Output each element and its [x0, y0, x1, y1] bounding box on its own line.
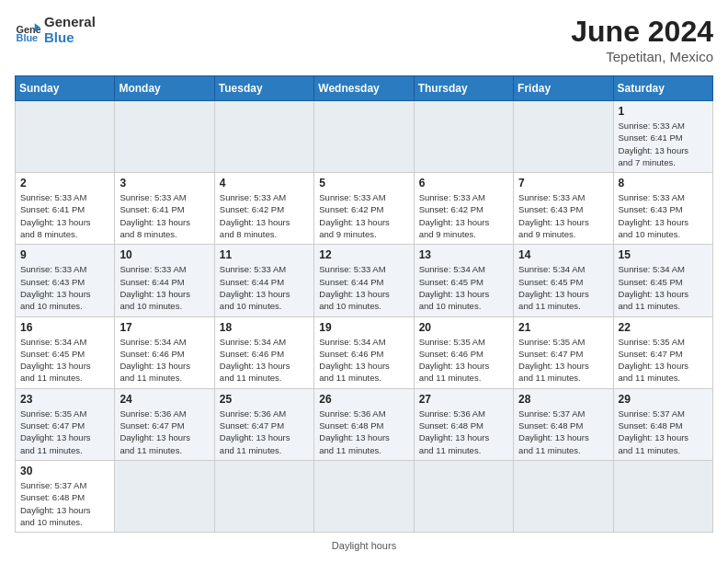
calendar-cell: 13Sunrise: 5:34 AM Sunset: 6:45 PM Dayli… — [414, 245, 513, 316]
calendar-cell: 10Sunrise: 5:33 AM Sunset: 6:44 PM Dayli… — [115, 245, 214, 316]
day-info: Sunrise: 5:33 AM Sunset: 6:43 PM Dayligh… — [20, 263, 109, 312]
day-info: Sunrise: 5:34 AM Sunset: 6:46 PM Dayligh… — [319, 336, 408, 385]
day-number: 15 — [619, 248, 708, 261]
calendar-cell — [613, 460, 712, 532]
logo: General Blue General Blue — [15, 15, 96, 45]
calendar-week-row: 1Sunrise: 5:33 AM Sunset: 6:41 PM Daylig… — [16, 101, 713, 173]
calendar-cell: 7Sunrise: 5:33 AM Sunset: 6:43 PM Daylig… — [514, 173, 613, 245]
day-info: Sunrise: 5:36 AM Sunset: 6:48 PM Dayligh… — [419, 408, 508, 456]
day-info: Sunrise: 5:33 AM Sunset: 6:41 PM Dayligh… — [119, 191, 209, 240]
calendar-cell: 20Sunrise: 5:35 AM Sunset: 6:46 PM Dayli… — [414, 316, 513, 388]
calendar-week-row: 16Sunrise: 5:34 AM Sunset: 6:45 PM Dayli… — [16, 316, 713, 388]
calendar-day-header-monday: Monday — [115, 76, 214, 101]
calendar-header-row: SundayMondayTuesdayWednesdayThursdayFrid… — [16, 76, 713, 101]
calendar-day-header-saturday: Saturday — [613, 76, 712, 101]
calendar-cell — [214, 460, 313, 532]
calendar-cell: 3Sunrise: 5:33 AM Sunset: 6:41 PM Daylig… — [115, 173, 214, 245]
calendar-day-header-thursday: Thursday — [414, 76, 513, 101]
calendar-cell: 23Sunrise: 5:35 AM Sunset: 6:47 PM Dayli… — [16, 388, 115, 460]
calendar-cell: 27Sunrise: 5:36 AM Sunset: 6:48 PM Dayli… — [414, 388, 513, 460]
day-info: Sunrise: 5:35 AM Sunset: 6:47 PM Dayligh… — [619, 336, 708, 385]
logo-general-text: General — [44, 15, 96, 30]
day-info: Sunrise: 5:37 AM Sunset: 6:48 PM Dayligh… — [619, 408, 708, 456]
calendar-cell: 9Sunrise: 5:33 AM Sunset: 6:43 PM Daylig… — [16, 245, 115, 316]
calendar-cell: 15Sunrise: 5:34 AM Sunset: 6:45 PM Dayli… — [613, 245, 712, 316]
day-number: 3 — [119, 177, 209, 190]
day-number: 6 — [419, 177, 508, 190]
day-info: Sunrise: 5:34 AM Sunset: 6:45 PM Dayligh… — [20, 336, 109, 385]
day-number: 23 — [20, 393, 109, 406]
svg-text:Blue: Blue — [17, 32, 39, 43]
day-number: 8 — [619, 177, 708, 190]
day-info: Sunrise: 5:34 AM Sunset: 6:45 PM Dayligh… — [518, 263, 608, 312]
calendar-cell: 5Sunrise: 5:33 AM Sunset: 6:42 PM Daylig… — [314, 173, 414, 245]
day-number: 10 — [119, 248, 209, 261]
day-number: 9 — [20, 248, 109, 261]
day-number: 19 — [319, 321, 408, 334]
calendar-day-header-wednesday: Wednesday — [314, 76, 414, 101]
day-info: Sunrise: 5:37 AM Sunset: 6:48 PM Dayligh… — [20, 479, 109, 528]
calendar-cell — [314, 460, 414, 532]
calendar-cell — [514, 101, 613, 173]
calendar-cell: 29Sunrise: 5:37 AM Sunset: 6:48 PM Dayli… — [613, 388, 712, 460]
calendar-cell — [16, 101, 115, 173]
day-info: Sunrise: 5:33 AM Sunset: 6:42 PM Dayligh… — [419, 191, 508, 240]
day-number: 5 — [319, 177, 408, 190]
calendar-cell: 16Sunrise: 5:34 AM Sunset: 6:45 PM Dayli… — [16, 316, 115, 388]
day-number: 21 — [518, 321, 608, 334]
calendar-cell — [414, 460, 513, 532]
calendar-cell: 4Sunrise: 5:33 AM Sunset: 6:42 PM Daylig… — [214, 173, 313, 245]
calendar-cell — [314, 101, 414, 173]
day-info: Sunrise: 5:36 AM Sunset: 6:47 PM Dayligh… — [119, 408, 209, 456]
calendar-cell — [115, 460, 214, 532]
month-title: June 2024 — [571, 15, 713, 49]
calendar-week-row: 2Sunrise: 5:33 AM Sunset: 6:41 PM Daylig… — [16, 173, 713, 245]
day-number: 16 — [20, 321, 109, 334]
day-info: Sunrise: 5:34 AM Sunset: 6:45 PM Dayligh… — [419, 263, 508, 312]
bottom-note: Daylight hours — [15, 540, 713, 551]
day-info: Sunrise: 5:33 AM Sunset: 6:44 PM Dayligh… — [319, 263, 408, 312]
logo-blue-text: Blue — [44, 30, 96, 46]
calendar-cell: 12Sunrise: 5:33 AM Sunset: 6:44 PM Dayli… — [314, 245, 414, 316]
calendar-cell: 19Sunrise: 5:34 AM Sunset: 6:46 PM Dayli… — [314, 316, 414, 388]
day-number: 18 — [220, 321, 309, 334]
day-number: 13 — [419, 248, 508, 261]
day-info: Sunrise: 5:33 AM Sunset: 6:42 PM Dayligh… — [319, 191, 408, 240]
day-info: Sunrise: 5:33 AM Sunset: 6:41 PM Dayligh… — [20, 191, 109, 240]
calendar-day-header-friday: Friday — [514, 76, 613, 101]
day-number: 20 — [419, 321, 508, 334]
calendar-cell: 24Sunrise: 5:36 AM Sunset: 6:47 PM Dayli… — [115, 388, 214, 460]
calendar-cell — [514, 460, 613, 532]
day-number: 27 — [419, 393, 508, 406]
calendar-cell: 11Sunrise: 5:33 AM Sunset: 6:44 PM Dayli… — [214, 245, 313, 316]
day-number: 24 — [119, 393, 209, 406]
day-number: 26 — [319, 393, 408, 406]
logo-icon: General Blue — [15, 17, 40, 43]
calendar-cell: 18Sunrise: 5:34 AM Sunset: 6:46 PM Dayli… — [214, 316, 313, 388]
day-info: Sunrise: 5:34 AM Sunset: 6:46 PM Dayligh… — [220, 336, 309, 385]
day-info: Sunrise: 5:36 AM Sunset: 6:47 PM Dayligh… — [220, 408, 309, 456]
calendar-cell — [214, 101, 313, 173]
day-number: 14 — [518, 248, 608, 261]
calendar-cell: 22Sunrise: 5:35 AM Sunset: 6:47 PM Dayli… — [613, 316, 712, 388]
calendar-cell: 30Sunrise: 5:37 AM Sunset: 6:48 PM Dayli… — [16, 460, 115, 532]
calendar-cell: 26Sunrise: 5:36 AM Sunset: 6:48 PM Dayli… — [314, 388, 414, 460]
day-number: 22 — [619, 321, 708, 334]
calendar-cell: 28Sunrise: 5:37 AM Sunset: 6:48 PM Dayli… — [514, 388, 613, 460]
day-number: 4 — [220, 177, 309, 190]
day-info: Sunrise: 5:35 AM Sunset: 6:47 PM Dayligh… — [518, 336, 608, 385]
calendar-cell — [414, 101, 513, 173]
day-info: Sunrise: 5:33 AM Sunset: 6:43 PM Dayligh… — [518, 191, 608, 240]
calendar-day-header-sunday: Sunday — [16, 76, 115, 101]
day-number: 1 — [619, 105, 708, 118]
location: Tepetitan, Mexico — [571, 49, 713, 64]
day-info: Sunrise: 5:34 AM Sunset: 6:46 PM Dayligh… — [119, 336, 209, 385]
calendar-week-row: 23Sunrise: 5:35 AM Sunset: 6:47 PM Dayli… — [16, 388, 713, 460]
calendar-week-row: 30Sunrise: 5:37 AM Sunset: 6:48 PM Dayli… — [16, 460, 713, 532]
day-number: 17 — [119, 321, 209, 334]
day-info: Sunrise: 5:33 AM Sunset: 6:44 PM Dayligh… — [220, 263, 309, 312]
calendar-cell — [115, 101, 214, 173]
day-number: 12 — [319, 248, 408, 261]
day-info: Sunrise: 5:33 AM Sunset: 6:44 PM Dayligh… — [119, 263, 209, 312]
calendar-cell: 8Sunrise: 5:33 AM Sunset: 6:43 PM Daylig… — [613, 173, 712, 245]
